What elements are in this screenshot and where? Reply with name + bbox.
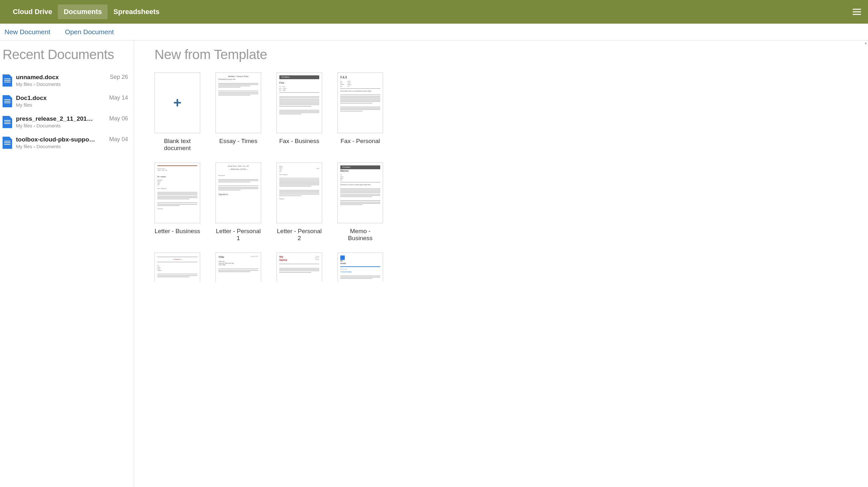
template-label: Memo - Business <box>337 228 383 242</box>
template-thumb: Sender NameStreet · City · ZIP Re: subje… <box>155 162 200 223</box>
recent-item-name: press_release_2_11_2016.docx <box>16 115 96 122</box>
recent-item-path: My files <box>16 102 105 108</box>
document-icon <box>3 116 12 128</box>
template-label: Letter - Personal 2 <box>276 228 322 242</box>
recent-item-path: My files › Documents <box>16 144 105 149</box>
template-label: Blank text document <box>155 138 200 152</box>
template-gallery: ▲ New from Template + Blank text documen… <box>134 40 868 487</box>
recent-item-date: May 06 <box>109 115 131 122</box>
open-document-link[interactable]: Open Document <box>65 28 114 36</box>
action-bar: New Document Open Document <box>0 24 868 40</box>
recent-item-path: My files › Documents <box>16 123 105 128</box>
template-letter-personal-1[interactable]: Sender Name · Street · City · ZIP — PERS… <box>215 162 261 242</box>
template-thumb: FAX To:Fax:Phone:Re: From:Date:Pages:CC:… <box>337 72 383 133</box>
template-letter-business[interactable]: Sender NameStreet · City · ZIP Re: subje… <box>155 162 200 242</box>
template-thumb: NameStreetCityZIP Date Dear recipient, R… <box>276 162 322 223</box>
template-thumb: Title January 2017 • item one• item two … <box>215 253 261 281</box>
recent-item-name: unnamed.docx <box>16 74 96 81</box>
template-label: Fax - Personal <box>337 138 383 145</box>
template-partial[interactable]: MYNAME Contact info • Section heading <box>337 253 383 281</box>
template-thumb: My Name StreetCity, STPhone <box>276 253 322 281</box>
template-blank[interactable]: + Blank text document <box>155 72 200 152</box>
tab-documents[interactable]: Documents <box>58 4 107 19</box>
plus-icon: + <box>173 96 182 110</box>
template-fax-business[interactable]: Company Fax To: From:Fax: Pages:Re: Date… <box>276 72 322 152</box>
recent-documents-panel: Recent Documents unnamed.docx My files ›… <box>0 40 134 487</box>
template-letter-personal-2[interactable]: NameStreetCityZIP Date Dear recipient, R… <box>276 162 322 242</box>
template-essay-times[interactable]: Heading — Essay in Times Subheading line… <box>215 72 261 152</box>
template-thumb: — Business — To:From:Date:Subject: <box>155 253 200 281</box>
template-thumb: Company Fax To: From:Fax: Pages:Re: Date… <box>276 72 322 133</box>
document-icon <box>3 137 12 149</box>
main-area: Recent Documents unnamed.docx My files ›… <box>0 40 868 487</box>
recent-item-date: Sep 26 <box>110 74 131 81</box>
recent-item-date: May 04 <box>109 136 131 143</box>
template-label: Letter - Personal 1 <box>215 228 261 242</box>
tab-cloud-drive[interactable]: Cloud Drive <box>7 4 58 19</box>
recent-item[interactable]: press_release_2_11_2016.docx My files › … <box>3 113 131 133</box>
template-partial[interactable]: My Name StreetCity, STPhone <box>276 253 322 281</box>
tab-spreadsheets[interactable]: Spreadsheets <box>107 4 165 19</box>
recent-item[interactable]: unnamed.docx My files › Documents Sep 26 <box>3 71 131 92</box>
new-document-link[interactable]: New Document <box>4 28 51 36</box>
template-thumb: Company Memo To:From:Date:Re: Summary of… <box>337 162 383 223</box>
document-icon <box>3 95 12 107</box>
template-label: Letter - Business <box>155 228 200 235</box>
template-grid: + Blank text document Heading — Essay in… <box>155 72 862 281</box>
recent-item[interactable]: toolbox-cloud-pbx-supported-d… My files … <box>3 133 131 154</box>
templates-heading: New from Template <box>155 47 862 62</box>
template-partial[interactable]: Title January 2017 • item one• item two … <box>215 253 261 281</box>
document-icon <box>3 74 12 87</box>
template-thumb: Heading — Essay in Times Subheading line… <box>215 72 261 133</box>
template-fax-personal[interactable]: FAX To:Fax:Phone:Re: From:Date:Pages:CC:… <box>337 72 383 152</box>
recent-item-date: May 14 <box>109 94 131 101</box>
recent-item[interactable]: Doc1.docx My files May 14 <box>3 92 131 113</box>
top-navbar: Cloud Drive Documents Spreadsheets <box>0 0 868 24</box>
template-memo-business[interactable]: Company Memo To:From:Date:Re: Summary of… <box>337 162 383 242</box>
template-thumb: MYNAME Contact info • Section heading <box>337 253 383 281</box>
template-label: Essay - Times <box>215 138 261 145</box>
recent-item-path: My files › Documents <box>16 82 106 87</box>
template-thumb: Sender Name · Street · City · ZIP — PERS… <box>215 162 261 223</box>
recent-documents-heading: Recent Documents <box>3 47 131 62</box>
hamburger-menu-icon[interactable] <box>853 7 861 17</box>
recent-item-name: Doc1.docx <box>16 94 96 101</box>
template-label: Fax - Business <box>276 138 322 145</box>
template-partial[interactable]: — Business — To:From:Date:Subject: <box>155 253 200 281</box>
scroll-up-icon[interactable]: ▲ <box>864 41 867 45</box>
template-thumb: + <box>155 72 200 133</box>
recent-item-name: toolbox-cloud-pbx-supported-d… <box>16 136 96 143</box>
